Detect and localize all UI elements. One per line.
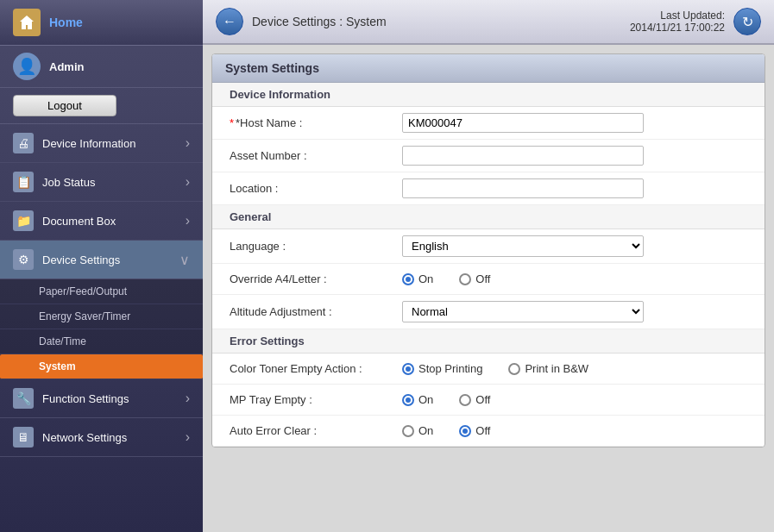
content-area: System Settings Device Information **Hos… — [203, 45, 774, 532]
sidebar-item-device-settings[interactable]: ⚙ Device Settings ∨ — [0, 241, 203, 279]
required-mark: * — [230, 116, 234, 129]
auto-error-on-label: On — [418, 424, 433, 437]
language-row: Language : English French German Spanish… — [212, 229, 765, 264]
home-link[interactable]: Home — [49, 16, 83, 29]
sidebar-label-device-information: Device Information — [42, 137, 177, 150]
section-title: System Settings — [212, 54, 765, 83]
home-icon — [13, 9, 41, 36]
auto-error-on-radio[interactable] — [402, 425, 414, 437]
job-status-icon: 📋 — [13, 172, 34, 192]
sidebar-label-job-status: Job Status — [42, 176, 177, 189]
color-toner-row: Color Toner Empty Action : Stop Printing… — [212, 354, 765, 385]
auto-error-off-option[interactable]: Off — [459, 424, 490, 437]
asset-number-label: Asset Number : — [230, 149, 402, 162]
auto-error-radio-group: On Off — [402, 424, 747, 437]
error-settings-header: Error Settings — [212, 329, 765, 354]
color-toner-radio-group: Stop Printing Print in B&W — [402, 362, 747, 375]
submenu-energy-saver-timer[interactable]: Energy Saver/Timer — [0, 304, 203, 329]
admin-row: 👤 Admin — [0, 46, 203, 88]
sidebar-label-network-settings: Network Settings — [42, 431, 177, 444]
sidebar-item-function-settings[interactable]: 🔧 Function Settings › — [0, 379, 203, 418]
location-input[interactable] — [402, 178, 644, 198]
device-information-icon: 🖨 — [13, 133, 34, 153]
chevron-right-icon-5: › — [186, 429, 190, 445]
altitude-label: Altitude Adjustment : — [230, 305, 402, 318]
language-label: Language : — [230, 240, 402, 253]
location-label: Location : — [230, 182, 402, 195]
submenu-date-time[interactable]: Date/Time — [0, 329, 203, 354]
override-a4-label: Override A4/Letter : — [230, 272, 402, 285]
asset-number-input[interactable] — [402, 146, 644, 166]
system-settings-panel: System Settings Device Information **Hos… — [211, 53, 765, 448]
logout-wrap: Logout — [0, 88, 203, 124]
general-header: General — [212, 205, 765, 229]
altitude-select[interactable]: Normal High 1 High 2 High 3 — [402, 301, 644, 322]
sidebar-label-function-settings: Function Settings — [42, 392, 177, 405]
color-toner-stop-option[interactable]: Stop Printing — [402, 362, 482, 375]
last-updated: Last Updated: 2014/11/21 17:00:22 — [630, 9, 725, 34]
override-a4-on-radio[interactable] — [402, 273, 414, 285]
color-toner-bw-option[interactable]: Print in B&W — [508, 362, 588, 375]
asset-number-row: Asset Number : — [212, 140, 765, 172]
mp-tray-off-radio[interactable] — [459, 394, 471, 406]
mp-tray-on-option[interactable]: On — [402, 393, 433, 406]
auto-error-off-label: Off — [475, 424, 490, 437]
override-a4-radio-group: On Off — [402, 272, 747, 285]
auto-error-row: Auto Error Clear : On Off — [212, 416, 765, 447]
override-a4-off-radio[interactable] — [459, 273, 471, 285]
last-updated-value: 2014/11/21 17:00:22 — [630, 22, 725, 34]
section-body: Device Information **Host Name : Asset N… — [212, 83, 765, 447]
override-a4-row: Override A4/Letter : On Off — [212, 264, 765, 295]
language-select[interactable]: English French German Spanish Japanese — [402, 235, 644, 257]
mp-tray-off-option[interactable]: Off — [459, 393, 490, 406]
logout-button[interactable]: Logout — [13, 95, 116, 116]
altitude-row: Altitude Adjustment : Normal High 1 High… — [212, 295, 765, 329]
function-settings-icon: 🔧 — [13, 388, 34, 409]
color-toner-label: Color Toner Empty Action : — [230, 362, 402, 375]
mp-tray-off-label: Off — [475, 393, 490, 406]
mp-tray-row: MP Tray Empty : On Off — [212, 385, 765, 416]
chevron-right-icon-3: › — [186, 213, 190, 228]
host-name-row: **Host Name : — [212, 107, 765, 140]
submenu-system[interactable]: System — [0, 354, 203, 379]
main-content: ← Device Settings : System Last Updated:… — [203, 0, 774, 532]
override-a4-off-option[interactable]: Off — [459, 272, 490, 285]
sidebar-item-job-status[interactable]: 📋 Job Status › — [0, 163, 203, 202]
device-info-header: Device Information — [212, 83, 765, 107]
chevron-right-icon-4: › — [186, 391, 190, 406]
device-settings-submenu: Paper/Feed/Output Energy Saver/Timer Dat… — [0, 279, 203, 379]
host-name-label: **Host Name : — [230, 116, 402, 129]
sidebar-item-device-information[interactable]: 🖨 Device Information › — [0, 124, 203, 163]
sidebar-item-document-box[interactable]: 📁 Document Box › — [0, 202, 203, 241]
color-toner-stop-radio[interactable] — [402, 363, 414, 375]
device-settings-icon: ⚙ — [13, 249, 34, 270]
sidebar: Home 👤 Admin Logout 🖨 Device Information… — [0, 0, 203, 532]
back-button[interactable]: ← — [216, 8, 243, 35]
override-a4-off-label: Off — [475, 272, 490, 285]
auto-error-off-radio[interactable] — [459, 425, 471, 437]
document-box-icon: 📁 — [13, 210, 34, 231]
color-toner-bw-radio[interactable] — [508, 363, 520, 375]
sidebar-label-document-box: Document Box — [42, 215, 177, 228]
refresh-button[interactable]: ↻ — [733, 8, 761, 35]
mp-tray-label: MP Tray Empty : — [230, 393, 402, 406]
location-row: Location : — [212, 172, 765, 205]
top-bar: ← Device Settings : System Last Updated:… — [203, 0, 774, 45]
sidebar-header: Home — [0, 0, 203, 46]
mp-tray-on-radio[interactable] — [402, 394, 414, 406]
override-a4-on-option[interactable]: On — [402, 272, 433, 285]
submenu-paper-feed-output[interactable]: Paper/Feed/Output — [0, 279, 203, 304]
color-toner-stop-label: Stop Printing — [418, 362, 482, 375]
sidebar-item-network-settings[interactable]: 🖥 Network Settings › — [0, 418, 203, 457]
host-name-input[interactable] — [402, 113, 644, 133]
breadcrumb: Device Settings : System — [252, 15, 621, 28]
chevron-down-icon: ∨ — [179, 252, 190, 268]
auto-error-on-option[interactable]: On — [402, 424, 433, 437]
color-toner-bw-label: Print in B&W — [525, 362, 588, 375]
sidebar-label-device-settings: Device Settings — [42, 253, 171, 266]
auto-error-label: Auto Error Clear : — [230, 424, 402, 437]
mp-tray-radio-group: On Off — [402, 393, 747, 406]
mp-tray-on-label: On — [418, 393, 433, 406]
chevron-right-icon-2: › — [186, 174, 190, 190]
override-a4-on-label: On — [418, 272, 433, 285]
